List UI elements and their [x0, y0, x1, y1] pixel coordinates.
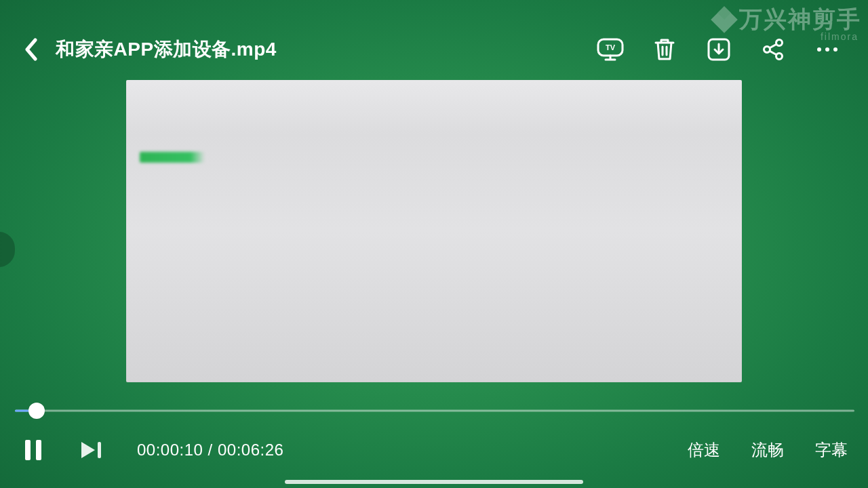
download-button[interactable]	[705, 36, 732, 63]
download-icon	[707, 38, 730, 61]
seek-bar[interactable]	[15, 404, 854, 418]
video-frame[interactable]	[126, 80, 742, 382]
dot-icon	[817, 47, 821, 52]
svg-marker-15	[81, 442, 95, 458]
diamond-icon	[711, 6, 738, 33]
svg-rect-16	[98, 442, 101, 458]
current-time: 00:00:10	[137, 441, 203, 459]
player-controls: pause next 00:00:10 / 00:06:26 倍速 流畅 字幕	[19, 434, 848, 466]
svg-line-11	[770, 44, 777, 48]
share-button[interactable]	[760, 36, 787, 63]
time-display: 00:00:10 / 00:06:26	[137, 441, 283, 460]
green-blur-element	[140, 152, 205, 163]
dot-icon	[825, 47, 829, 52]
speed-option[interactable]: 倍速	[688, 439, 720, 461]
home-indicator	[0, 480, 868, 484]
seek-thumb[interactable]	[28, 403, 45, 419]
quality-option[interactable]: 流畅	[751, 439, 784, 461]
player-header: 和家亲APP添加设备.mp4 TV	[19, 30, 841, 69]
side-pull-tab[interactable]	[0, 232, 15, 267]
share-icon	[761, 37, 785, 62]
cast-icon: TV	[597, 38, 624, 61]
chevron-left-icon	[24, 38, 39, 61]
play-next-icon	[80, 441, 103, 460]
dot-icon	[833, 47, 837, 52]
back-button[interactable]	[19, 37, 43, 62]
svg-line-12	[770, 51, 777, 55]
trash-icon	[653, 37, 676, 62]
subtitle-option[interactable]: 字幕	[815, 439, 848, 461]
seek-track	[15, 410, 854, 412]
delete-button[interactable]	[651, 36, 678, 63]
total-time: 00:06:26	[218, 441, 283, 459]
more-button[interactable]	[814, 36, 841, 63]
header-actions: TV	[597, 36, 841, 63]
svg-rect-14	[36, 440, 41, 460]
svg-text:TV: TV	[606, 43, 616, 52]
video-title: 和家亲APP添加设备.mp4	[56, 37, 277, 62]
pause-icon	[24, 439, 42, 461]
svg-rect-13	[25, 440, 31, 460]
next-button[interactable]: next	[77, 436, 106, 464]
pause-button[interactable]: pause	[19, 436, 47, 464]
cast-button[interactable]: TV	[597, 36, 624, 63]
